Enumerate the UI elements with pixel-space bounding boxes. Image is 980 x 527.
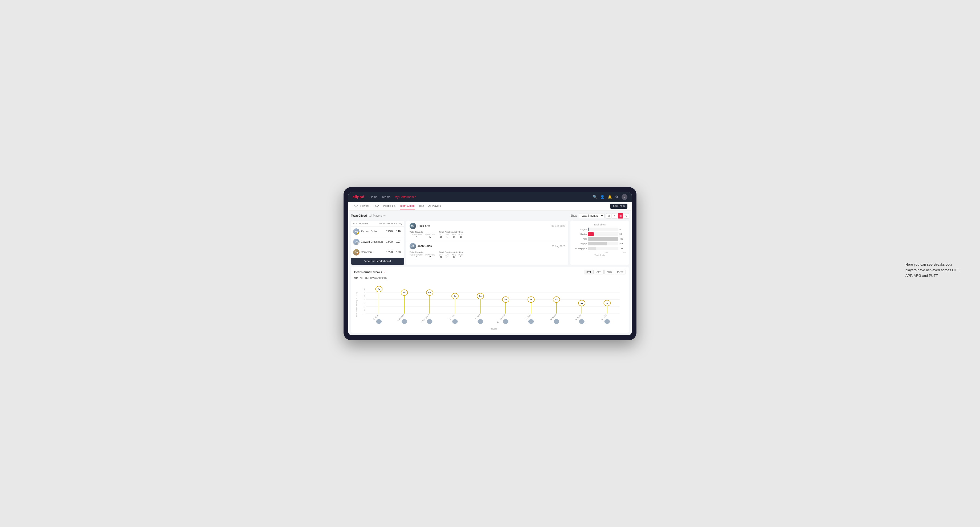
svg-text:3: 3 (364, 302, 365, 304)
pc-activities-label-0: Total Practice Activities (439, 231, 463, 233)
pc-name-1: Josh Coles (418, 244, 432, 248)
svg-point-31 (427, 319, 432, 324)
lb-avg-1: 107 (395, 240, 402, 243)
lb-avatar-1: EC 2 (353, 239, 360, 245)
lb-player-2: CA 3 Cameron... (353, 249, 384, 256)
annotation-text: Here you can see streaks your players ha… (905, 262, 964, 278)
tablet-screen: clippd Home Teams My Performance 🔍 👤 🔔 ⚙… (348, 192, 632, 335)
lb-col-score: PB SCORE (379, 222, 391, 225)
lb-score-1: 18/20 (385, 240, 394, 243)
settings-icon[interactable]: ⚙ (615, 195, 618, 199)
pc-activities-group-0: Total Practice Activities OTT 0 APP (439, 231, 463, 238)
pc-arg-0: ARG 0 (452, 234, 456, 238)
svg-text:0: 0 (364, 313, 365, 314)
pc-name-0: Rees Britt (418, 224, 430, 227)
lb-row-1: EC 2 Edward Crossman 18/20 107 (351, 237, 404, 247)
pc-tournament-0: Tournament 7 (410, 234, 423, 238)
players-label: Players (361, 328, 626, 330)
pc-date-0: 02 Sep 2023 (552, 225, 565, 227)
app-logo: clippd (353, 195, 364, 199)
bell-icon[interactable]: 🔔 (608, 195, 612, 199)
pc-activities-row-1: OTT 0 APP 0 ARG (439, 254, 463, 259)
period-select[interactable]: Last 3 months Last 6 months Last year (579, 213, 605, 218)
player-cards-panel: RB Rees Britt 02 Sep 2023 Total Rounds T… (406, 221, 568, 265)
nav-home[interactable]: Home (370, 194, 377, 200)
leaderboard-header: PLAYER NAME PB SCORE PB AVG SQ (351, 221, 404, 227)
pc-app-0: APP 0 (445, 234, 449, 238)
streaks-subtitle: Off The Tee, Fairway Accuracy (354, 276, 626, 279)
pc-rounds-label-0: Total Rounds (410, 231, 435, 233)
pc-avatar-1: JC (410, 243, 416, 249)
edit-icon[interactable]: ✏ (383, 214, 386, 217)
user-avatar[interactable]: U (622, 194, 627, 200)
settings-view-btn[interactable]: ⚙ (624, 213, 629, 219)
pc-rounds-label-1: Total Rounds (410, 251, 435, 253)
add-team-button[interactable]: Add Team (610, 204, 627, 209)
pc-date-1: 26 Aug 2023 (552, 245, 565, 248)
grid-view-btn[interactable]: ⊞ (606, 213, 611, 219)
view-leaderboard-button[interactable]: View Full Leaderboard (351, 258, 404, 265)
pc-ott-0: OTT 0 (439, 234, 443, 238)
player-card-header-0: RB Rees Britt 02 Sep 2023 (410, 223, 565, 229)
lb-player-0: RB 1 Richard Butler (353, 229, 384, 235)
svg-text:D. Ford: D. Ford (525, 314, 531, 320)
lb-avg-0: 110 (395, 230, 402, 233)
search-icon[interactable]: 🔍 (593, 195, 597, 199)
svg-text:R. Britt: R. Britt (474, 314, 481, 319)
svg-text:5x: 5x (479, 295, 482, 297)
player-card-1: JC Josh Coles 26 Aug 2023 Total Rounds T… (406, 241, 568, 261)
pc-rounds-group-1: Total Rounds Tournament 7 Practice (410, 251, 435, 259)
svg-text:3x: 3x (581, 302, 583, 304)
main-content: Team Clippd | 14 Players ✏ Show Last 3 m… (348, 211, 632, 335)
lb-avatar-2: CA 3 (353, 249, 360, 256)
nav-teams[interactable]: Teams (382, 194, 390, 200)
subnav-team-clippd[interactable]: Team Clippd (400, 203, 415, 210)
svg-text:4x: 4x (555, 298, 558, 300)
rank-badge-0: 1 (357, 232, 360, 235)
view-toggle: ⊞ ≡ ◧ ⚙ (606, 213, 629, 219)
person-icon[interactable]: 👤 (600, 195, 605, 199)
three-col-layout: PLAYER NAME PB SCORE PB AVG SQ RB 1 Rich… (351, 221, 629, 265)
lb-name-0: Richard Butler (361, 230, 378, 233)
pc-putt-1: PUTT 1 (458, 254, 463, 259)
svg-text:2: 2 (364, 306, 365, 308)
svg-point-46 (503, 319, 508, 324)
subnav-pga[interactable]: PGA (373, 203, 379, 210)
streak-tab-app[interactable]: APP (594, 270, 604, 275)
pc-rounds-row-0: Tournament 7 Practice 6 (410, 234, 435, 238)
svg-point-36 (452, 319, 458, 324)
svg-point-56 (554, 319, 559, 324)
svg-text:4x: 4x (504, 298, 507, 300)
subnav-hcaps[interactable]: Hcaps 1-5 (383, 203, 396, 210)
streak-tab-putt[interactable]: PUTT (615, 270, 626, 275)
lb-row-2: CA 3 Cameron... 17/20 103 (351, 247, 404, 258)
streak-tab-arg[interactable]: ARG (604, 270, 614, 275)
svg-text:6x: 6x (403, 291, 406, 294)
streaks-title: Best Round Streaks (354, 270, 382, 274)
lb-player-1: EC 2 Edward Crossman (353, 239, 384, 245)
lb-name-2: Cameron... (361, 251, 374, 254)
streaks-section: Best Round Streaks ← OTT APP ARG PUTT Of… (351, 267, 629, 333)
sub-navigation: PGAT Players PGA Hcaps 1-5 Team Clippd T… (348, 202, 632, 211)
subnav-all-players[interactable]: All Players (428, 203, 441, 210)
svg-point-41 (478, 319, 483, 324)
tablet-device: clippd Home Teams My Performance 🔍 👤 🔔 ⚙… (344, 187, 636, 340)
subnav-pgat[interactable]: PGAT Players (353, 203, 369, 210)
list-view-btn[interactable]: ≡ (612, 213, 617, 219)
team-count: | 14 Players (368, 214, 382, 217)
pc-stats-1: Total Rounds Tournament 7 Practice (410, 251, 565, 259)
pc-avatar-0: RB (410, 223, 416, 229)
pc-activities-label-1: Total Practice Activities (439, 251, 463, 253)
nav-my-performance[interactable]: My Performance (395, 194, 416, 200)
pc-activities-group-1: Total Practice Activities OTT 0 APP (439, 251, 463, 259)
lb-row-0: RB 1 Richard Butler 19/20 110 (351, 227, 404, 237)
streak-tab-ott[interactable]: OTT (584, 270, 593, 275)
svg-text:4: 4 (364, 298, 365, 300)
leaderboard-panel: PLAYER NAME PB SCORE PB AVG SQ RB 1 Rich… (351, 221, 404, 265)
subnav-tour[interactable]: Tour (419, 203, 424, 210)
player-card-header-1: JC Josh Coles 26 Aug 2023 (410, 243, 565, 249)
card-view-btn[interactable]: ◧ (618, 213, 623, 219)
svg-text:5: 5 (364, 295, 365, 297)
top-navigation: clippd Home Teams My Performance 🔍 👤 🔔 ⚙… (348, 192, 632, 202)
lollipop-svg: 01234567Best Streak, Fairway Accuracy7xE… (354, 283, 626, 325)
